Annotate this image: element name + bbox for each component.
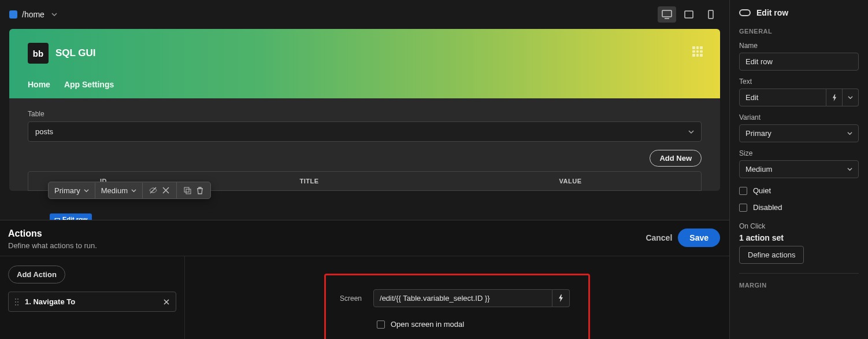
toolbar-size-select[interactable]: Medium: [95, 183, 143, 198]
name-label: Name: [739, 42, 859, 50]
onclick-label: On Click: [739, 222, 859, 230]
size-label: Size: [739, 149, 859, 157]
table-label: Table: [28, 110, 702, 118]
settings-off-icon[interactable]: [161, 186, 170, 195]
quiet-checkbox[interactable]: [739, 187, 747, 195]
svg-point-6: [15, 299, 16, 300]
svg-point-7: [17, 299, 18, 300]
svg-point-8: [15, 301, 16, 303]
trash-icon[interactable]: [195, 186, 205, 195]
cancel-button[interactable]: Cancel: [646, 233, 672, 242]
device-tablet-button[interactable]: [680, 6, 698, 23]
svg-rect-4: [184, 187, 189, 192]
column-value[interactable]: VALUE: [440, 172, 701, 190]
table-select-value: posts: [35, 127, 53, 136]
component-toolbar[interactable]: Primary Medium: [48, 182, 211, 199]
button-type-icon: [739, 9, 751, 16]
text-input[interactable]: [739, 89, 826, 106]
app-header: bb SQL GUI Home App Settings: [9, 29, 720, 98]
app-logo-icon: bb: [28, 43, 49, 64]
svg-rect-2: [709, 10, 713, 19]
duplicate-icon[interactable]: [183, 186, 192, 195]
save-button[interactable]: Save: [678, 229, 720, 247]
actions-drawer: Actions Define what actions to run. Canc…: [0, 220, 729, 339]
add-new-button[interactable]: Add New: [650, 150, 702, 167]
binding-bolt-button[interactable]: [552, 289, 570, 307]
variant-select[interactable]: Primary: [739, 124, 859, 142]
variant-label: Variant: [739, 113, 859, 121]
text-label: Text: [739, 78, 859, 86]
close-icon[interactable]: [163, 299, 170, 305]
toolbar-variant-select[interactable]: Primary: [49, 183, 95, 198]
action-step-label: 1. Navigate To: [25, 297, 75, 306]
svg-rect-1: [685, 11, 693, 18]
text-bolt-button[interactable]: [826, 89, 843, 106]
open-modal-label: Open screen in modal: [391, 320, 464, 329]
selected-component-name: Edit row: [756, 8, 788, 17]
drag-handle-icon[interactable]: [14, 298, 19, 306]
open-modal-checkbox[interactable]: [377, 320, 385, 329]
disabled-checkbox[interactable]: [739, 204, 747, 212]
nav-app-settings[interactable]: App Settings: [64, 80, 114, 89]
column-title[interactable]: TITLE: [179, 172, 440, 190]
nav-home[interactable]: Home: [28, 80, 50, 89]
actions-title: Actions: [8, 229, 97, 239]
onclick-value: 1 action set: [739, 233, 859, 242]
apps-grid-icon[interactable]: [692, 46, 703, 57]
section-margin: MARGIN: [739, 282, 859, 289]
screen-indicator-icon: [9, 10, 17, 19]
visibility-off-icon[interactable]: [149, 186, 158, 195]
screen-label: Screen: [340, 294, 362, 303]
svg-point-11: [17, 304, 18, 305]
preview-canvas: bb SQL GUI Home App Settings Table posts: [9, 29, 720, 191]
device-mobile-button[interactable]: [702, 6, 720, 23]
properties-panel: Edit row GENERAL Name Text Variant Prima…: [729, 0, 868, 339]
screen-input[interactable]: /edit/{{ Table.variable_select.ID }}: [373, 289, 552, 307]
breadcrumb[interactable]: /home: [22, 10, 44, 19]
action-step[interactable]: 1. Navigate To: [8, 292, 176, 312]
svg-point-9: [17, 301, 18, 303]
disabled-label: Disabled: [753, 203, 782, 212]
text-chevron-button[interactable]: [843, 89, 859, 106]
chevron-down-icon[interactable]: [51, 12, 57, 17]
screen-config-highlight: Screen /edit/{{ Table.variable_select.ID…: [324, 274, 590, 339]
device-desktop-button[interactable]: [658, 6, 676, 23]
actions-subtitle: Define what actions to run.: [8, 241, 97, 250]
svg-rect-0: [662, 10, 672, 17]
app-title: SQL GUI: [55, 47, 96, 59]
table-select[interactable]: posts: [28, 121, 702, 142]
section-general: GENERAL: [739, 28, 859, 35]
svg-point-10: [15, 304, 16, 305]
chevron-down-icon: [688, 129, 694, 135]
svg-rect-5: [186, 189, 191, 194]
topbar: /home: [0, 0, 729, 29]
size-select[interactable]: Medium: [739, 160, 859, 178]
define-actions-button[interactable]: Define actions: [739, 246, 804, 264]
add-action-button[interactable]: Add Action: [8, 266, 65, 283]
name-input[interactable]: [739, 53, 859, 71]
quiet-label: Quiet: [753, 186, 771, 195]
